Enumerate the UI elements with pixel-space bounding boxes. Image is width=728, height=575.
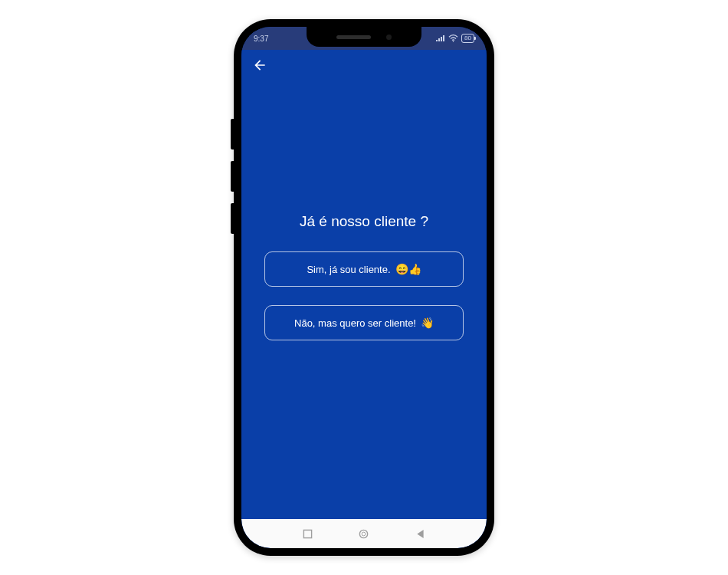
triangle-left-icon <box>415 529 425 539</box>
page-heading: Já é nosso cliente ? <box>300 213 428 230</box>
status-bar-right: 80 <box>436 34 474 43</box>
option-no-label: Não, mas quero ser cliente! <box>294 317 416 329</box>
signal-icon <box>436 35 445 42</box>
circle-icon <box>358 528 369 540</box>
svg-point-0 <box>453 41 454 42</box>
svg-point-3 <box>362 532 366 536</box>
main-content: Já é nosso cliente ? Sim, já sou cliente… <box>241 58 487 496</box>
option-yes-label: Sim, já sou cliente. <box>307 264 390 275</box>
status-time: 9:37 <box>254 34 268 43</box>
wifi-icon <box>448 34 458 42</box>
notch-camera <box>386 34 392 40</box>
svg-rect-1 <box>304 530 312 537</box>
phone-screen: 9:37 80 Já é nosso cli <box>241 27 487 548</box>
android-nav-bar <box>241 519 487 548</box>
wave-hand-icon: 👋 <box>421 317 434 329</box>
status-bar-left: 9:37 <box>254 34 268 43</box>
smile-thumbs-up-icon: 😄👍 <box>395 263 421 275</box>
nav-recent-apps-button[interactable] <box>297 529 319 539</box>
square-icon <box>303 529 313 539</box>
option-yes-button[interactable]: Sim, já sou cliente. 😄👍 <box>264 251 464 287</box>
phone-notch <box>307 27 421 47</box>
nav-back-button[interactable] <box>409 529 431 539</box>
svg-point-2 <box>360 530 368 537</box>
battery-icon: 80 <box>461 34 474 43</box>
phone-device-frame: 9:37 80 Já é nosso cli <box>234 19 494 556</box>
option-no-button[interactable]: Não, mas quero ser cliente! 👋 <box>264 305 464 340</box>
battery-text: 80 <box>464 34 471 41</box>
notch-speaker <box>336 35 371 39</box>
nav-home-button[interactable] <box>353 528 375 540</box>
